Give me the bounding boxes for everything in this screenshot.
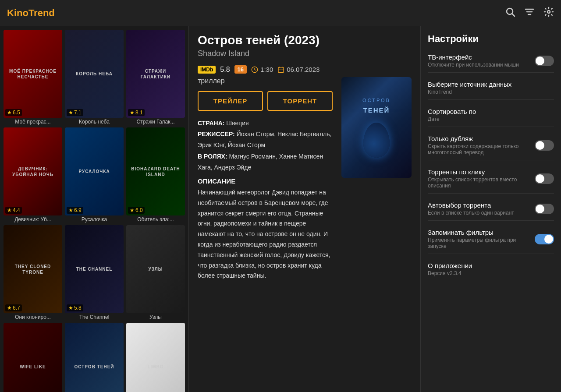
settings-item-title: Выберите источник данных: [428, 81, 511, 88]
movie-rating: ★8.1: [128, 109, 145, 116]
movie-sidebar: МОЁ ПРЕКРАСНОЕ НЕСЧАСТЬЕ★6.5Моё прекрас.…: [0, 26, 188, 392]
movie-card[interactable]: THEY CLONED TYRONE★6.7: [4, 225, 62, 313]
movie-card[interactable]: WIFE LIKE★5.1: [4, 323, 62, 392]
movie-rating: ★6.0: [128, 207, 145, 214]
detail-meta: IMDb 5.8 16 1:30 06.07.2023: [189, 62, 420, 77]
movie-item: УЗЛЫУзлы: [126, 225, 185, 320]
settings-item-title: О приложении: [428, 262, 472, 269]
settings-title: Настройки: [428, 33, 554, 45]
detail-title-ru: Остров теней (2023): [198, 33, 412, 47]
settings-list: ТВ-интерфейсОтключите при использовании …: [428, 53, 554, 276]
movie-title-label: Стражи Галак...: [126, 119, 185, 125]
imdb-score: 5.8: [220, 66, 230, 74]
toggle-remember_filters[interactable]: [535, 234, 554, 244]
app-logo: KinoTrend: [7, 7, 505, 19]
movie-card[interactable]: СТРАЖИ ГАЛАКТИКИ★8.1: [126, 30, 185, 118]
toggle-torrent_click[interactable]: [535, 173, 554, 184]
settings-item-remember_filters: Запоминать фильтрыПрименять параметры фи…: [428, 229, 554, 254]
movie-title-label: Моё прекрас...: [4, 119, 62, 125]
movie-rating: ★6.7: [5, 304, 22, 311]
movie-title-label: The Channel: [65, 314, 124, 320]
settings-item-subtitle: Скрыть карточки содержащие только многог…: [428, 143, 535, 155]
settings-item-subtitle: Если в списке только один вариант: [428, 210, 514, 216]
settings-item-header: Сортировать поДате: [428, 108, 554, 122]
movie-card[interactable]: ДЕВИЧНИК: УБОЙНАЯ НОЧЬ★4.4: [4, 127, 62, 215]
movie-title-label: Девичник: Уб...: [4, 216, 62, 222]
movie-item: WIFE LIKE★5.1Wife Like: [4, 323, 62, 392]
settings-item-header: Выберите источник данныхKinoTrend: [428, 81, 554, 95]
settings-item-title: Запоминать фильтры: [428, 229, 535, 236]
settings-item-subtitle: KinoTrend: [428, 89, 511, 95]
movie-card[interactable]: КОРОЛЬ НЕБА★7.1: [65, 30, 124, 118]
movie-rating: ★4.4: [5, 207, 22, 214]
settings-divider: [428, 254, 554, 254]
settings-divider: [428, 193, 554, 194]
detail-title-en: Shadow Island: [198, 49, 412, 58]
svg-rect-7: [278, 67, 284, 72]
settings-divider: [428, 127, 554, 127]
meta-date: 06.07.2023: [277, 66, 320, 73]
movie-card[interactable]: ОСТРОВ ТЕНЕЙ★5.8: [65, 323, 124, 392]
movie-item: ДЕВИЧНИК: УБОЙНАЯ НОЧЬ★4.4Девичник: Уб..…: [4, 127, 62, 222]
settings-item-header: О приложенииВерсия v2.3.4: [428, 262, 554, 276]
settings-item-about: О приложенииВерсия v2.3.4: [428, 262, 554, 276]
filter-icon[interactable]: [524, 7, 535, 20]
movie-card[interactable]: LIMBO★6.2: [126, 323, 185, 392]
settings-divider: [428, 160, 554, 160]
movie-card[interactable]: МОЁ ПРЕКРАСНОЕ НЕСЧАСТЬЕ★6.5: [4, 30, 62, 118]
settings-item-torrent_click: Торренты по кликуОткрывать список торрен…: [428, 168, 554, 194]
detail-panel: Остров теней (2023) Shadow Island IMDb 5…: [188, 26, 421, 392]
settings-item-header: ТВ-интерфейсОтключите при использовании …: [428, 53, 554, 68]
detail-genre: триллер: [198, 77, 333, 85]
detail-info: СТРАНА: Швеция РЕЖИССЕР: Йохан Сторм, Ни…: [198, 118, 333, 173]
toggle-tv_interface[interactable]: [535, 56, 554, 66]
settings-item-subtitle: Отключите при использовании мыши: [428, 62, 519, 68]
trailer-button[interactable]: ТРЕЙЛЕР: [198, 91, 263, 111]
torrent-button[interactable]: ТОРРЕНТ: [267, 91, 333, 111]
search-icon[interactable]: [505, 7, 515, 20]
movie-title-label: Русалочка: [65, 216, 124, 222]
movie-title-label: Они клониро...: [4, 314, 62, 320]
movie-rating: ★6.5: [5, 109, 22, 116]
settings-item-left: Автовыбор торрентаЕсли в списке только о…: [428, 201, 514, 216]
detail-country: СТРАНА: Швеция: [198, 118, 333, 129]
settings-item-title: Сортировать по: [428, 108, 476, 115]
svg-point-5: [547, 11, 550, 13]
topbar-actions: [505, 7, 554, 20]
movie-item: BIOHAZARD DEATH ISLAND★6.0Обитель зла:..…: [126, 127, 185, 222]
settings-divider: [428, 99, 554, 100]
detail-cast: В РОЛЯХ: Магнус Росманн, Ханне Матисен Х…: [198, 151, 333, 173]
movie-title-label: Обитель зла:...: [126, 216, 185, 222]
movie-item: ОСТРОВ ТЕНЕЙ★5.8Остров теней: [65, 323, 124, 392]
movie-card[interactable]: THE CHANNEL★5.8: [65, 225, 124, 313]
settings-panel: Настройки ТВ-интерфейсОтключите при испо…: [421, 26, 561, 392]
movie-card[interactable]: УЗЛЫ: [126, 225, 185, 313]
detail-left: триллер ТРЕЙЛЕР ТОРРЕНТ СТРАНА: Швеция Р…: [198, 77, 333, 281]
settings-item-left: ТВ-интерфейсОтключите при использовании …: [428, 53, 519, 68]
movie-item: МОЁ ПРЕКРАСНОЕ НЕСЧАСТЬЕ★6.5Моё прекрас.…: [4, 30, 62, 125]
toggle-auto_torrent[interactable]: [535, 204, 554, 214]
detail-description: Начинающий метеоролог Дэвид попадает на …: [198, 187, 333, 281]
settings-item-subtitle: Открывать список торрентов вместо описан…: [428, 177, 535, 189]
settings-divider: [428, 220, 554, 221]
movie-rating: ★7.1: [67, 109, 83, 116]
svg-line-1: [512, 14, 515, 16]
settings-item-header: Торренты по кликуОткрывать список торрен…: [428, 168, 554, 189]
settings-icon[interactable]: [543, 7, 554, 20]
settings-item-left: О приложенииВерсия v2.3.4: [428, 262, 472, 276]
settings-item-subtitle: Версия v2.3.4: [428, 270, 472, 276]
movie-card[interactable]: РУСАЛОЧКА★6.9: [65, 127, 124, 215]
movie-rating: ★6.9: [67, 207, 83, 214]
toggle-dub_only[interactable]: [535, 140, 554, 151]
meta-duration: 1:30: [251, 66, 273, 73]
settings-item-title: Торренты по клику: [428, 168, 535, 176]
detail-content: триллер ТРЕЙЛЕР ТОРРЕНТ СТРАНА: Швеция Р…: [189, 77, 420, 288]
detail-desc-title: ОПИСАНИЕ: [198, 177, 333, 185]
detail-poster-image: ОСТРОВ ТЕНЕЙ: [341, 77, 412, 178]
movie-card[interactable]: BIOHAZARD DEATH ISLAND★6.0: [126, 127, 185, 215]
movie-title-label: Король неба: [65, 119, 124, 125]
movie-item: THEY CLONED TYRONE★6.7Они клониро...: [4, 225, 62, 320]
settings-item-header: Запоминать фильтрыПрименять параметры фи…: [428, 229, 554, 249]
topbar: KinoTrend: [0, 0, 561, 26]
settings-item-header: Только дубляжСкрыть карточки содержащие …: [428, 135, 554, 155]
